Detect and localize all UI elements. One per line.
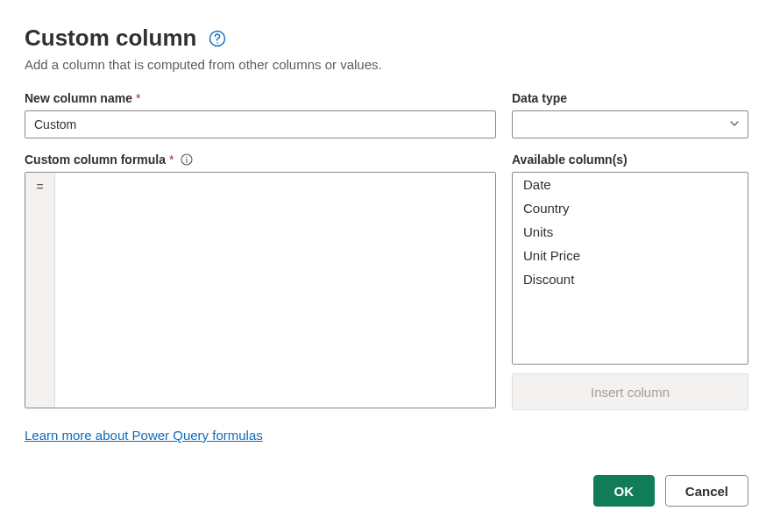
formula-field: Custom column formula * = Learn more abo… xyxy=(25,153,496,443)
dialog-footer: OK Cancel xyxy=(25,475,748,507)
required-marker: * xyxy=(136,91,140,105)
available-columns-list[interactable]: Date Country Units Unit Price Discount xyxy=(512,172,748,365)
svg-point-1 xyxy=(217,42,219,44)
ok-button[interactable]: OK xyxy=(593,475,655,507)
insert-column-button[interactable]: Insert column xyxy=(512,373,748,410)
list-item[interactable]: Unit Price xyxy=(513,244,748,267)
list-item[interactable]: Date xyxy=(513,173,748,196)
formula-editor: = xyxy=(25,172,496,408)
column-name-label: New column name * xyxy=(25,91,496,105)
list-item[interactable]: Country xyxy=(513,196,748,220)
column-name-input[interactable] xyxy=(25,110,496,138)
data-type-select[interactable] xyxy=(512,110,748,138)
data-type-label: Data type xyxy=(512,91,748,105)
data-type-field: Data type xyxy=(512,91,748,138)
page-subtitle: Add a column that is computed from other… xyxy=(25,57,748,72)
help-icon[interactable] xyxy=(209,30,226,47)
page-title: Custom column xyxy=(25,25,196,52)
formula-label: Custom column formula * xyxy=(25,153,496,167)
available-columns-field: Available column(s) Date Country Units U… xyxy=(512,153,748,443)
formula-textarea[interactable] xyxy=(55,173,495,408)
dialog-header: Custom column xyxy=(25,25,748,52)
list-item[interactable]: Discount xyxy=(513,267,748,291)
required-marker: * xyxy=(169,153,174,167)
info-icon[interactable] xyxy=(181,153,193,166)
list-item[interactable]: Units xyxy=(513,220,748,244)
formula-prefix: = xyxy=(25,173,55,408)
column-name-field: New column name * xyxy=(25,91,496,138)
cancel-button[interactable]: Cancel xyxy=(665,475,748,507)
form-row-2: Custom column formula * = Learn more abo… xyxy=(25,153,748,443)
learn-more-link[interactable]: Learn more about Power Query formulas xyxy=(25,428,263,443)
form-row-1: New column name * Data type xyxy=(25,91,748,138)
svg-point-3 xyxy=(187,157,188,158)
available-columns-label: Available column(s) xyxy=(512,153,748,167)
